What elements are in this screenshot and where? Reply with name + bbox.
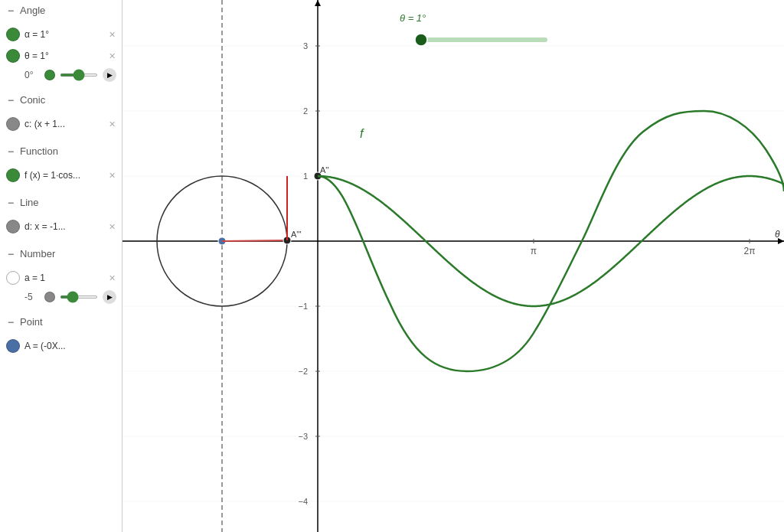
alpha-dot[interactable] [6,28,20,41]
number-a-slider[interactable] [60,295,98,299]
svg-text:−2: −2 [298,367,308,376]
theta-slider-value-label: 0° [24,70,40,80]
svg-text:−1: −1 [298,302,308,311]
number-a-close-icon[interactable]: ✕ [109,273,116,283]
number-a-slider-row: -5 ▶ [0,289,122,305]
svg-text:−3: −3 [298,432,308,441]
number-a-slider-dot [44,292,55,302]
svg-text:A'': A'' [320,165,329,175]
section-function-label: Function [20,145,58,157]
number-a-dot[interactable] [6,271,20,285]
svg-text:A''': A''' [291,230,302,239]
line-content: d: x = -1... ✕ [0,213,122,243]
conic-c-item: c: (x + 1... ✕ [0,113,122,135]
section-line-label: Line [20,197,39,208]
section-conic-label: Conic [20,94,45,106]
line-d-dot[interactable] [6,220,20,233]
section-point[interactable]: − Point [0,312,122,332]
function-f-dot[interactable] [6,168,20,182]
function-f-label: f (x) = 1·cos... [24,170,104,181]
point-A-dot[interactable] [6,339,20,353]
collapse-point-icon: − [6,318,15,327]
theta-close-icon[interactable]: ✕ [109,51,116,61]
svg-rect-42 [417,38,547,42]
collapse-conic-icon: − [6,96,15,105]
svg-text:θ: θ [775,229,780,240]
number-a-play-button[interactable]: ▶ [103,290,116,304]
conic-c-dot[interactable] [6,117,20,131]
svg-text:3: 3 [303,41,308,51]
theta-dot[interactable] [6,49,20,63]
svg-point-43 [415,34,427,46]
collapse-line-icon: − [6,198,15,207]
section-point-label: Point [20,316,43,328]
theta-label: θ = 1° [24,51,104,61]
section-angle[interactable]: − Angle [0,0,122,21]
section-conic[interactable]: − Conic [0,90,122,110]
section-function[interactable]: − Function [0,141,122,162]
collapse-number-icon: − [6,250,15,259]
number-a-slider-value: -5 [24,292,40,302]
svg-text:2: 2 [303,106,308,116]
section-angle-label: Angle [20,5,45,16]
sidebar: − Angle α = 1° ✕ θ = 1° ✕ 0° ▶ − Conic c… [0,0,122,532]
section-number[interactable]: − Number [0,243,122,264]
line-d-item: d: x = -1... ✕ [0,216,122,237]
theta-slider-row: 0° ▶ [0,67,122,83]
line-d-label: d: x = -1... [24,221,104,232]
point-A-item: A = (-0X... [0,335,122,357]
conic-content: c: (x + 1... ✕ [0,110,122,141]
svg-text:1: 1 [303,171,308,181]
alpha-label: α = 1° [24,29,104,40]
point-content: A = (-0X... [0,332,122,363]
number-a-item: a = 1 ✕ [0,267,122,289]
angle-content: α = 1° ✕ θ = 1° ✕ 0° ▶ [0,21,122,90]
collapse-angle-icon: − [6,6,15,15]
graph-svg: 1 2 3 −1 −2 −3 −4 π 2π θ A''' [122,0,784,532]
svg-text:−4: −4 [298,497,308,506]
svg-text:θ = 1°: θ = 1° [400,12,426,24]
number-content: a = 1 ✕ -5 ▶ [0,264,122,312]
section-number-label: Number [20,248,55,259]
collapse-function-icon: − [6,147,15,156]
svg-text:π: π [531,246,537,256]
conic-c-label: c: (x + 1... [24,119,104,129]
theta-slider-dot [44,70,55,80]
graph-canvas-area[interactable]: 1 2 3 −1 −2 −3 −4 π 2π θ A''' [122,0,784,532]
theta-slider[interactable] [60,73,98,77]
number-a-label: a = 1 [24,273,104,283]
svg-text:2π: 2π [744,246,756,256]
alpha-close-icon[interactable]: ✕ [109,30,116,40]
function-content: f (x) = 1·cos... ✕ [0,162,122,192]
svg-line-34 [222,240,287,241]
function-f-close-icon[interactable]: ✕ [109,171,116,181]
point-A-label: A = (-0X... [24,341,116,351]
theta-play-button[interactable]: ▶ [103,68,116,82]
conic-c-close-icon[interactable]: ✕ [109,119,116,129]
line-d-close-icon[interactable]: ✕ [109,222,116,232]
function-f-item: f (x) = 1·cos... ✕ [0,165,122,186]
section-line[interactable]: − Line [0,192,122,213]
theta-item: θ = 1° ✕ [0,45,122,67]
alpha-item: α = 1° ✕ [0,24,122,45]
